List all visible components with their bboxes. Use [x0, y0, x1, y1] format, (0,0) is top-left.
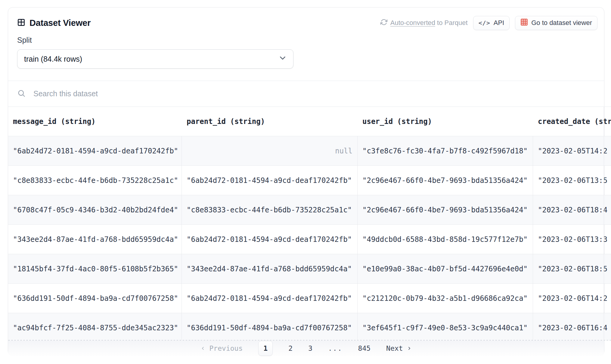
table-cell: "6ab24d72-0181-4594-a9cd-deaf170242fb"	[182, 166, 358, 195]
table-row: "c8e83833-ecbc-44fe-b6db-735228c25a1c""6…	[8, 165, 611, 195]
split-select-value: train (84.4k rows)	[24, 55, 82, 63]
title-group: Dataset Viewer	[17, 18, 91, 28]
table-cell: "2c96e467-66f0-4be7-9693-bda51356a424"	[358, 195, 533, 224]
table-row: "6ab24d72-0181-4594-a9cd-deaf170242fb"nu…	[8, 136, 611, 165]
auto-converted-link[interactable]: Auto-converted to Parquet	[380, 19, 468, 27]
table-cell: "2023-02-05T14:2	[533, 136, 611, 165]
table-cell: "c212120c-0b79-4b32-a5b1-d96686ca92ca"	[358, 284, 533, 313]
api-button[interactable]: </> API	[473, 16, 510, 30]
data-table: message_id (string)parent_id (string)use…	[8, 106, 611, 340]
code-icon: </>	[479, 19, 490, 26]
split-select[interactable]: train (84.4k rows)	[17, 49, 293, 69]
card-right-border-overlay	[604, 107, 604, 340]
table-cell: "6ab24d72-0181-4594-a9cd-deaf170242fb"	[8, 136, 182, 165]
page-button-3[interactable]: 3	[308, 344, 312, 352]
table-cell: "636dd191-50df-4894-ba9a-cd7f00767258"	[8, 284, 182, 313]
red-grid-icon	[520, 18, 528, 28]
api-button-label: API	[494, 19, 504, 27]
table-cell: "18145bf4-37fd-4ac0-80f5-6108b5f2b365"	[8, 254, 182, 283]
table-row: "636dd191-50df-4894-ba9a-cd7f00767258""6…	[8, 283, 611, 313]
column-header-0: message_id (string)	[8, 107, 182, 136]
table-cell: "c3fe8c76-fc30-4fa7-b7f8-c492f5967d18"	[358, 136, 533, 165]
table-cell: "ac94bfcf-7f25-4084-8755-dde345ac2323"	[8, 313, 182, 340]
table-cell: "c8e83833-ecbc-44fe-b6db-735228c25a1c"	[8, 166, 182, 195]
dataset-viewer-card: Dataset Viewer Auto-converted to Parquet…	[8, 7, 604, 356]
chevron-down-icon	[278, 54, 287, 64]
pagination-ellipsis: ...	[328, 344, 343, 352]
table-cell: "2023-02-06T16:4	[533, 313, 611, 340]
table-header-row: message_id (string)parent_id (string)use…	[8, 107, 611, 136]
table-row: "ac94bfcf-7f25-4084-8755-dde345ac2323""6…	[8, 313, 611, 340]
table-cell: "3ef645f1-c9f7-49e0-8e53-3c9a9c440ca1"	[358, 313, 533, 340]
search-input[interactable]	[33, 89, 595, 98]
refresh-icon	[380, 19, 387, 27]
next-page-button[interactable]: Next	[386, 344, 412, 352]
table-cell: "2c96e467-66f0-4be7-9693-bda51356a424"	[358, 166, 533, 195]
table-cell: "343ee2d4-87ae-41fd-a768-bdd65959dc4a"	[182, 254, 358, 283]
table-cell: "2023-02-06T18:5	[533, 254, 611, 283]
table-cell: "2023-02-06T13:3	[533, 225, 611, 254]
table-grid-icon	[17, 18, 25, 28]
card-header: Dataset Viewer Auto-converted to Parquet…	[8, 8, 604, 32]
column-header-1: parent_id (string)	[182, 107, 358, 136]
column-header-3: created_date (string)	[533, 107, 611, 136]
table-cell: "2023-02-06T13:5	[533, 166, 611, 195]
search-icon	[17, 89, 26, 99]
page-buttons: 123...845	[258, 341, 371, 356]
header-actions: Auto-converted to Parquet </> API Go to …	[380, 16, 597, 30]
table-row: "18145bf4-37fd-4ac0-80f5-6108b5f2b365""3…	[8, 254, 611, 283]
split-label: Split	[17, 36, 604, 45]
page-button-1[interactable]: 1	[258, 341, 273, 356]
table-row: "6708c47f-05c9-4346-b3d2-40b2bd24fde4""c…	[8, 195, 611, 224]
search-row	[8, 81, 604, 106]
chevron-left-icon	[200, 346, 205, 351]
page-title: Dataset Viewer	[29, 18, 91, 28]
table-cell: "c8e83833-ecbc-44fe-b6db-735228c25a1c"	[182, 195, 358, 224]
table-cell: "2023-02-06T18:4	[533, 195, 611, 224]
previous-page-button[interactable]: Previous	[200, 344, 243, 352]
page-button-845[interactable]: 845	[358, 344, 371, 352]
goto-dataset-viewer-button[interactable]: Go to dataset viewer	[515, 16, 597, 30]
table-row: "343ee2d4-87ae-41fd-a768-bdd65959dc4a""6…	[8, 224, 611, 254]
table-cell: "e10e99a0-38ac-4b07-bf5d-4427696e4e0d"	[358, 254, 533, 283]
table-cell: "6708c47f-05c9-4346-b3d2-40b2bd24fde4"	[8, 195, 182, 224]
auto-converted-label: Auto-converted to Parquet	[390, 19, 468, 27]
table-body: "6ab24d72-0181-4594-a9cd-deaf170242fb"nu…	[8, 136, 611, 340]
table-cell: null	[182, 136, 358, 165]
table-cell: "49ddcb0d-6588-43bd-858d-19c577f12e7b"	[358, 225, 533, 254]
pagination-bar: Previous 123...845 Next	[8, 341, 604, 356]
column-header-2: user_id (string)	[358, 107, 533, 136]
chevron-right-icon	[407, 346, 412, 351]
table-cell: "2023-02-06T14:2	[533, 284, 611, 313]
goto-dataset-viewer-label: Go to dataset viewer	[531, 19, 592, 27]
table-cell: "343ee2d4-87ae-41fd-a768-bdd65959dc4a"	[8, 225, 182, 254]
table-cell: "636dd191-50df-4894-ba9a-cd7f00767258"	[182, 313, 358, 340]
page-button-2[interactable]: 2	[288, 344, 293, 352]
table-cell: "6ab24d72-0181-4594-a9cd-deaf170242fb"	[182, 284, 358, 313]
table-cell: "6ab24d72-0181-4594-a9cd-deaf170242fb"	[182, 225, 358, 254]
